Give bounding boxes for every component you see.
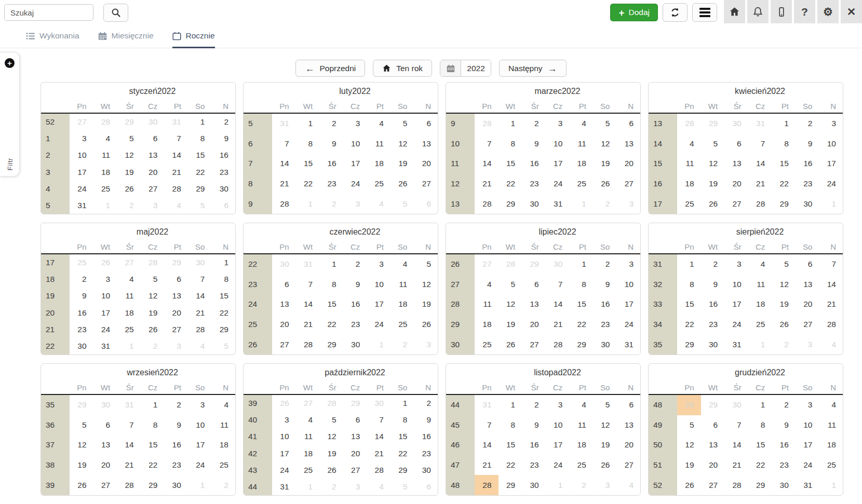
day-cell[interactable]: 29 — [141, 475, 165, 495]
day-cell[interactable]: 14 — [546, 294, 570, 315]
day-cell[interactable]: 5 — [390, 194, 414, 214]
day-cell[interactable]: 10 — [724, 275, 748, 295]
day-cell[interactable]: 30 — [724, 395, 748, 415]
day-cell[interactable]: 26 — [677, 475, 701, 495]
mobile-button[interactable] — [771, 0, 792, 23]
day-cell[interactable]: 3 — [796, 395, 819, 415]
day-cell[interactable]: 6 — [701, 415, 725, 435]
day-cell[interactable]: 6 — [211, 197, 235, 214]
day-cell[interactable]: 3 — [616, 194, 640, 214]
day-cell[interactable]: 14 — [748, 154, 772, 174]
day-cell[interactable]: 6 — [414, 194, 438, 214]
day-cell[interactable]: 2 — [319, 479, 343, 495]
day-cell[interactable]: 5 — [593, 114, 617, 134]
day-cell[interactable]: 10 — [367, 275, 390, 295]
tab-wykonania[interactable]: Wykonania — [26, 25, 79, 48]
day-cell[interactable]: 16 — [701, 294, 725, 315]
day-cell[interactable]: 31 — [93, 338, 117, 355]
day-cell[interactable]: 20 — [141, 164, 165, 181]
day-cell[interactable]: 13 — [701, 435, 725, 455]
day-cell[interactable]: 28 — [724, 475, 748, 495]
day-cell[interactable]: 19 — [593, 154, 617, 174]
day-cell[interactable]: 18 — [296, 445, 320, 462]
day-cell[interactable]: 1 — [296, 114, 320, 134]
day-cell[interactable]: 22 — [499, 174, 522, 194]
day-cell[interactable]: 4 — [569, 395, 593, 415]
day-cell[interactable]: 4 — [616, 475, 640, 495]
day-cell[interactable]: 11 — [569, 415, 593, 435]
day-cell[interactable]: 18 — [367, 154, 390, 174]
day-cell[interactable]: 8 — [141, 415, 165, 435]
day-cell[interactable]: 26 — [141, 321, 165, 338]
day-cell[interactable]: 27 — [272, 334, 296, 355]
day-cell[interactable]: 1 — [819, 475, 843, 495]
day-cell[interactable]: 23 — [70, 321, 93, 338]
day-cell[interactable]: 24 — [796, 455, 819, 475]
day-cell[interactable]: 13 — [93, 435, 117, 455]
day-cell[interactable]: 20 — [796, 294, 819, 315]
day-cell[interactable]: 5 — [117, 130, 141, 147]
day-cell[interactable]: 28 — [475, 475, 499, 495]
day-cell[interactable]: 9 — [522, 134, 546, 154]
day-cell[interactable]: 26 — [390, 174, 414, 194]
day-cell[interactable]: 25 — [748, 315, 772, 335]
day-cell[interactable]: 19 — [772, 294, 796, 315]
day-cell[interactable]: 1 — [93, 197, 117, 214]
day-cell[interactable]: 16 — [414, 428, 438, 445]
day-cell[interactable]: 25 — [390, 315, 414, 335]
day-cell[interactable]: 24 — [70, 181, 93, 197]
day-cell[interactable]: 5 — [414, 254, 438, 275]
day-cell[interactable]: 4 — [93, 130, 117, 147]
day-cell[interactable]: 29 — [772, 194, 796, 214]
day-cell[interactable]: 31 — [475, 395, 499, 415]
day-cell[interactable]: 31 — [272, 479, 296, 495]
day-cell[interactable]: 20 — [414, 154, 438, 174]
close-button[interactable]: ✕ — [841, 0, 862, 23]
day-cell[interactable]: 21 — [475, 455, 499, 475]
day-cell[interactable]: 31 — [546, 194, 570, 214]
day-cell[interactable]: 26 — [499, 334, 522, 355]
day-cell[interactable]: 27 — [70, 114, 93, 130]
day-cell[interactable]: 19 — [701, 174, 725, 194]
day-cell[interactable]: 8 — [499, 415, 522, 435]
day-cell[interactable]: 21 — [188, 305, 212, 321]
day-cell[interactable]: 15 — [211, 288, 235, 304]
day-cell[interactable]: 10 — [546, 134, 570, 154]
day-cell[interactable]: 25 — [677, 194, 701, 214]
day-cell[interactable]: 8 — [296, 134, 320, 154]
day-cell[interactable]: 21 — [296, 315, 320, 335]
day-cell[interactable]: 28 — [188, 321, 212, 338]
day-cell[interactable]: 27 — [296, 395, 320, 412]
day-cell[interactable]: 23 — [772, 455, 796, 475]
day-cell[interactable]: 26 — [414, 315, 438, 335]
day-cell[interactable]: 15 — [390, 428, 414, 445]
day-cell[interactable]: 29 — [499, 475, 522, 495]
day-cell[interactable]: 13 — [141, 147, 165, 164]
day-cell[interactable]: 10 — [796, 415, 819, 435]
day-cell[interactable]: 6 — [796, 254, 819, 275]
day-cell[interactable]: 6 — [724, 134, 748, 154]
day-cell[interactable]: 6 — [343, 412, 367, 428]
day-cell[interactable]: 1 — [296, 479, 320, 495]
day-cell[interactable]: 12 — [593, 415, 617, 435]
next-year-button[interactable]: Następny → — [499, 60, 566, 77]
day-cell[interactable]: 18 — [211, 435, 235, 455]
day-cell[interactable]: 25 — [819, 455, 843, 475]
day-cell[interactable]: 22 — [772, 174, 796, 194]
day-cell[interactable]: 2 — [141, 338, 165, 355]
day-cell[interactable]: 27 — [616, 174, 640, 194]
day-cell[interactable]: 17 — [724, 294, 748, 315]
day-cell[interactable]: 16 — [796, 154, 819, 174]
day-cell[interactable]: 26 — [93, 254, 117, 271]
home-button[interactable] — [724, 0, 745, 23]
day-cell[interactable]: 9 — [796, 134, 819, 154]
day-cell[interactable]: 28 — [475, 114, 499, 134]
day-cell[interactable]: 25 — [296, 462, 320, 479]
day-cell[interactable]: 28 — [367, 462, 390, 479]
day-cell[interactable]: 29 — [164, 254, 188, 271]
day-cell[interactable]: 23 — [701, 315, 725, 335]
day-cell[interactable]: 10 — [343, 134, 367, 154]
day-cell[interactable]: 5 — [141, 271, 165, 288]
day-cell[interactable]: 2 — [70, 271, 93, 288]
day-cell[interactable]: 12 — [141, 288, 165, 304]
